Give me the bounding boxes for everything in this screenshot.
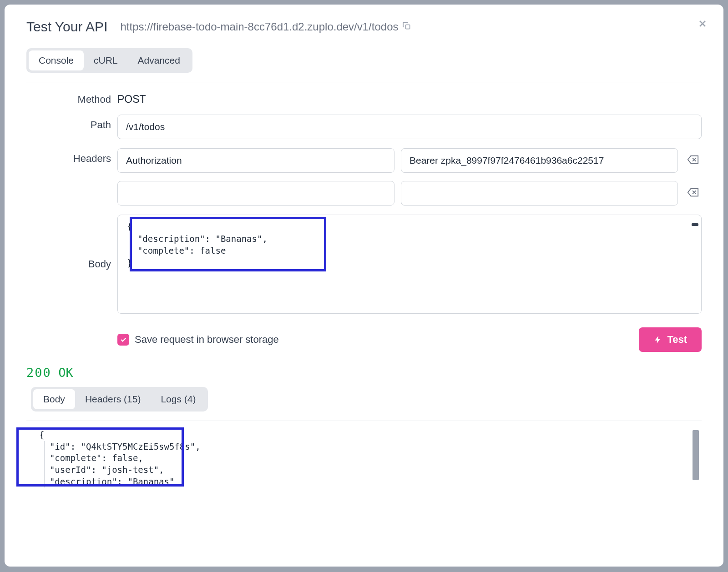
body-row: Body { "description": "Bananas", "comple… xyxy=(26,215,702,314)
save-checkbox-wrapper: Save request in browser storage xyxy=(117,334,279,346)
path-label: Path xyxy=(26,115,111,131)
request-tabs: Console cURL Advanced xyxy=(26,48,192,73)
body-editor[interactable]: { "description": "Bananas", "complete": … xyxy=(117,215,702,314)
save-checkbox[interactable] xyxy=(117,334,129,346)
header-entry xyxy=(117,181,702,206)
close-icon xyxy=(697,18,708,29)
headers-row: Headers xyxy=(26,148,702,206)
actions-row: Save request in browser storage Test xyxy=(117,327,702,352)
body-content: { "description": "Bananas", "complete": … xyxy=(121,219,698,271)
response-content: { "id": "Q4ktSTY5MCzEi5sw5f8s", "complet… xyxy=(19,427,702,489)
header-url: https://firebase-todo-main-8cc76d1.d2.zu… xyxy=(120,20,411,33)
divider xyxy=(26,421,702,421)
path-row: Path xyxy=(26,115,702,139)
tab-console[interactable]: Console xyxy=(29,50,84,70)
response-tab-body[interactable]: Body xyxy=(33,389,75,409)
header-value-input[interactable] xyxy=(401,148,678,173)
delete-header-button[interactable] xyxy=(684,185,702,202)
svg-rect-0 xyxy=(405,25,410,29)
response-body-viewer[interactable]: { "id": "Q4ktSTY5MCzEi5sw5f8s", "complet… xyxy=(19,427,702,489)
header-key-input[interactable] xyxy=(117,148,394,173)
response-tab-headers[interactable]: Headers (15) xyxy=(75,389,151,409)
url-text: https://firebase-todo-main-8cc76d1.d2.zu… xyxy=(120,20,398,33)
header: Test Your API https://firebase-todo-main… xyxy=(26,19,702,35)
status-code: 200 xyxy=(26,366,51,380)
headers-label: Headers xyxy=(26,148,111,165)
method-label: Method xyxy=(26,94,111,105)
header-key-input[interactable] xyxy=(117,181,394,206)
header-title: Test Your API xyxy=(26,19,107,35)
scrollbar[interactable] xyxy=(692,223,698,226)
status-line: 200 OK xyxy=(26,366,702,380)
check-icon xyxy=(120,336,127,343)
tab-advanced[interactable]: Advanced xyxy=(128,50,190,70)
copy-icon xyxy=(402,21,411,30)
divider xyxy=(26,82,702,82)
response-tab-logs[interactable]: Logs (4) xyxy=(151,389,206,409)
test-button-label: Test xyxy=(667,334,687,346)
close-button[interactable] xyxy=(697,18,708,31)
test-button[interactable]: Test xyxy=(639,327,702,352)
path-input[interactable] xyxy=(117,115,702,139)
copy-button[interactable] xyxy=(402,20,411,33)
method-row: Method POST xyxy=(26,93,702,105)
header-value-input[interactable] xyxy=(401,181,678,206)
tab-curl[interactable]: cURL xyxy=(84,50,128,70)
delete-header-button[interactable] xyxy=(684,152,702,170)
api-test-modal: Test Your API https://firebase-todo-main… xyxy=(5,5,723,567)
backspace-icon xyxy=(687,155,699,165)
body-label: Body xyxy=(26,258,111,270)
method-value: POST xyxy=(117,93,146,105)
scrollbar[interactable] xyxy=(693,430,699,480)
status-text: OK xyxy=(58,366,73,380)
save-checkbox-label: Save request in browser storage xyxy=(135,334,279,346)
response-tabs: Body Headers (15) Logs (4) xyxy=(31,387,208,411)
backspace-icon xyxy=(687,187,699,197)
lightning-icon xyxy=(653,335,662,344)
header-entry xyxy=(117,148,702,173)
